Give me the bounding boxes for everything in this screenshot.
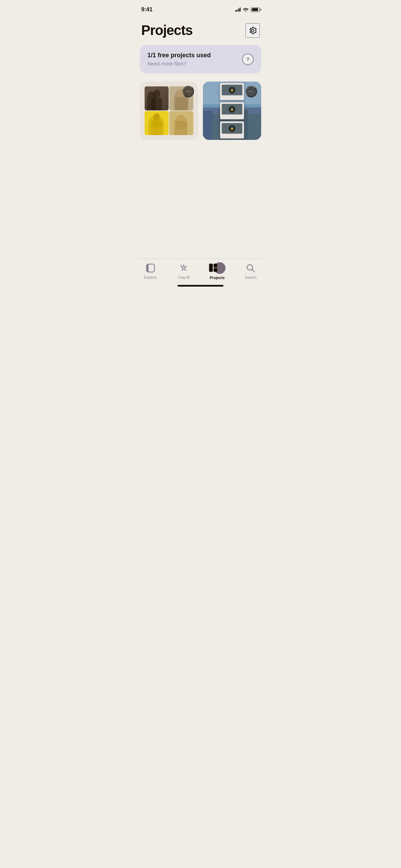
svg-rect-26 bbox=[203, 111, 212, 140]
signal-icon bbox=[235, 8, 241, 12]
svg-point-36 bbox=[181, 265, 182, 266]
explore-icon-wrap bbox=[145, 263, 156, 274]
nav-items: Explore Clay AI bbox=[134, 262, 267, 280]
gear-icon bbox=[248, 26, 257, 35]
svg-rect-20 bbox=[176, 121, 187, 130]
svg-point-19 bbox=[178, 113, 185, 121]
help-button[interactable]: ? bbox=[242, 53, 254, 65]
page-header: Projects bbox=[134, 17, 267, 45]
lock-icon-1: 🔒 bbox=[229, 87, 235, 94]
svg-rect-35 bbox=[146, 264, 148, 272]
search-label: Search bbox=[245, 275, 257, 279]
svg-line-39 bbox=[252, 269, 254, 272]
explore-icon bbox=[146, 264, 155, 273]
svg-rect-16 bbox=[157, 128, 162, 135]
projects-banner: 1/1 free projects used Need more files? … bbox=[140, 45, 261, 73]
explore-label: Explore bbox=[144, 275, 157, 279]
status-icons bbox=[235, 8, 260, 12]
svg-rect-21 bbox=[175, 129, 181, 135]
svg-rect-22 bbox=[182, 129, 187, 135]
svg-rect-15 bbox=[151, 128, 156, 135]
search-icon bbox=[246, 264, 255, 273]
svg-rect-18 bbox=[169, 111, 193, 135]
svg-rect-14 bbox=[151, 121, 162, 135]
bottom-nav: Explore Clay AI bbox=[134, 258, 267, 289]
projects-label: Projects bbox=[210, 276, 224, 280]
lock-icon-2: 🔒 bbox=[229, 106, 235, 113]
wifi-icon bbox=[243, 8, 249, 12]
svg-point-37 bbox=[186, 270, 187, 271]
clay-ai-icon bbox=[179, 264, 188, 273]
nav-item-clay-ai[interactable]: Clay AI bbox=[167, 263, 201, 279]
card-menu-button-fashion[interactable]: ··· bbox=[182, 86, 194, 97]
svg-rect-31 bbox=[248, 114, 261, 140]
three-dots-icon: ··· bbox=[185, 89, 191, 94]
svg-rect-6 bbox=[151, 98, 162, 110]
svg-rect-12 bbox=[145, 111, 169, 135]
project-card-fashion[interactable]: ··· bbox=[140, 82, 198, 140]
three-dots-icon-2: ··· bbox=[248, 89, 254, 94]
polaroid-stack: 🔒 🔒 🔒 bbox=[220, 83, 244, 138]
collage-photo-4 bbox=[169, 111, 193, 135]
search-icon-wrap bbox=[245, 263, 256, 274]
nav-item-projects[interactable]: Projects bbox=[200, 262, 234, 280]
help-icon: ? bbox=[246, 56, 249, 62]
svg-point-5 bbox=[153, 90, 160, 98]
page-title: Projects bbox=[141, 23, 193, 38]
status-time: 9:41 bbox=[141, 6, 153, 13]
lock-icon-3: 🔒 bbox=[229, 125, 235, 132]
projects-icon-grid bbox=[209, 264, 217, 272]
polaroid-3: 🔒 bbox=[220, 121, 244, 138]
nav-item-search[interactable]: Search bbox=[234, 263, 268, 279]
polaroid-2: 🔒 bbox=[220, 102, 244, 119]
status-bar: 9:41 bbox=[134, 0, 267, 17]
battery-icon bbox=[251, 8, 260, 12]
collage-photo-3 bbox=[145, 111, 169, 135]
svg-rect-0 bbox=[145, 86, 169, 110]
settings-button[interactable] bbox=[245, 23, 260, 38]
project-card-architecture[interactable]: ··· 🔒 bbox=[203, 82, 261, 140]
polaroid-1: 🔒 bbox=[220, 83, 244, 100]
svg-rect-10 bbox=[175, 97, 187, 111]
clay-ai-icon-wrap bbox=[178, 263, 189, 274]
card-menu-button-architecture[interactable]: ··· bbox=[245, 86, 257, 97]
svg-point-13 bbox=[153, 113, 160, 121]
banner-text: 1/1 free projects used Need more files? bbox=[147, 52, 242, 67]
clay-ai-label: Clay AI bbox=[178, 275, 190, 279]
svg-rect-27 bbox=[212, 114, 219, 140]
projects-icon-wrap bbox=[209, 262, 226, 274]
home-indicator bbox=[178, 285, 223, 287]
collage-photo-1 bbox=[145, 86, 169, 110]
banner-title: 1/1 free projects used bbox=[147, 52, 242, 59]
svg-rect-1 bbox=[145, 86, 157, 110]
nav-item-explore[interactable]: Explore bbox=[134, 263, 167, 279]
banner-subtitle: Need more files? bbox=[147, 61, 242, 67]
project-grid: ··· bbox=[134, 82, 267, 140]
